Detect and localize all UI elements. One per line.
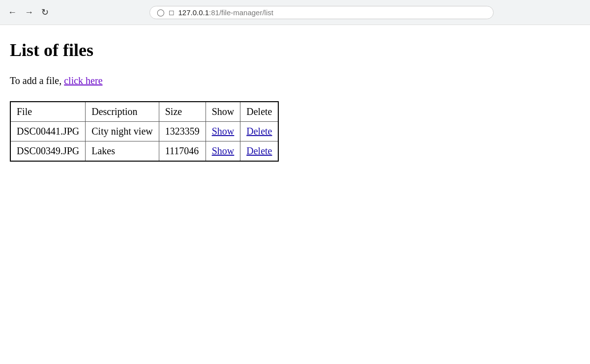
cell-file: DSC00441.JPG xyxy=(10,122,86,141)
address-text: 127.0.0.1:81/file-manager/list xyxy=(178,8,273,17)
col-header-size: Size xyxy=(159,102,206,122)
col-header-show: Show xyxy=(206,102,240,122)
address-bar[interactable]: ◯ ◻ 127.0.0.1:81/file-manager/list xyxy=(149,6,494,19)
nav-buttons: ← → ↻ xyxy=(6,6,51,19)
col-header-description: Description xyxy=(86,102,159,122)
add-file-prompt: To add a file, click here xyxy=(10,75,580,86)
col-header-file: File xyxy=(10,102,86,122)
cell-file: DSC00349.JPG xyxy=(10,141,86,162)
add-file-prefix: To add a file, xyxy=(10,75,64,86)
table-header-row: File Description Size Show Delete xyxy=(10,102,278,122)
table-row: DSC00441.JPGCity night view1323359ShowDe… xyxy=(10,122,278,141)
delete-link[interactable]: Delete xyxy=(246,126,272,137)
add-file-link[interactable]: click here xyxy=(64,75,102,86)
page-icon: ◻ xyxy=(169,8,175,16)
cell-description: Lakes xyxy=(86,141,159,162)
reload-button[interactable]: ↻ xyxy=(39,6,51,19)
security-icon: ◯ xyxy=(157,8,165,16)
page-title: List of files xyxy=(10,40,580,60)
cell-size: 1323359 xyxy=(159,122,206,141)
show-link[interactable]: Show xyxy=(212,126,235,137)
browser-chrome: ← → ↻ ◯ ◻ 127.0.0.1:81/file-manager/list xyxy=(0,0,590,25)
page-content: List of files To add a file, click here … xyxy=(0,25,590,364)
col-header-delete: Delete xyxy=(240,102,279,122)
forward-button[interactable]: → xyxy=(23,6,35,19)
back-button[interactable]: ← xyxy=(6,6,19,19)
table-row: DSC00349.JPGLakes1117046ShowDelete xyxy=(10,141,278,162)
cell-description: City night view xyxy=(86,122,159,141)
file-table: File Description Size Show Delete DSC004… xyxy=(10,101,279,162)
cell-delete: Delete xyxy=(240,141,279,162)
show-link[interactable]: Show xyxy=(212,145,235,156)
browser-toolbar: ← → ↻ ◯ ◻ 127.0.0.1:81/file-manager/list xyxy=(0,0,590,25)
cell-size: 1117046 xyxy=(159,141,206,162)
cell-show: Show xyxy=(206,122,240,141)
cell-delete: Delete xyxy=(240,122,279,141)
cell-show: Show xyxy=(206,141,240,162)
delete-link[interactable]: Delete xyxy=(246,145,272,156)
